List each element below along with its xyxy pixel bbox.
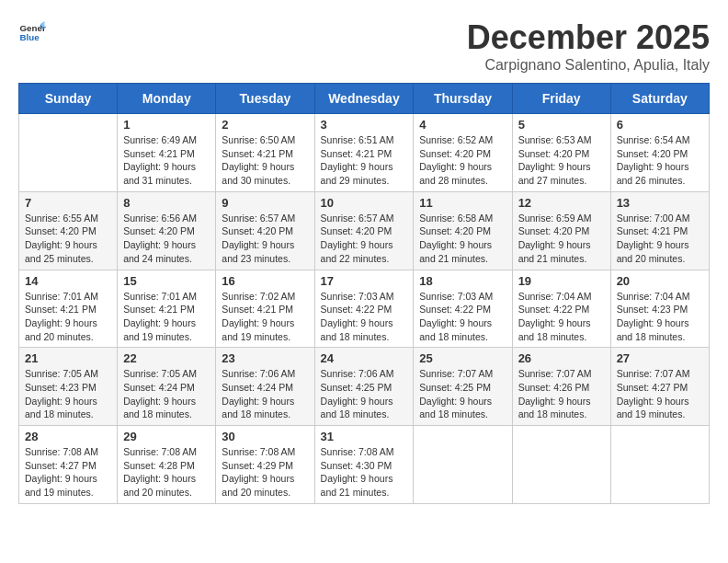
day-number: 5 xyxy=(518,118,605,132)
table-row: 28 Sunrise: 7:08 AMSunset: 4:27 PMDaylig… xyxy=(19,426,118,504)
day-info: Sunrise: 7:04 AMSunset: 4:22 PMDaylight:… xyxy=(518,290,605,344)
calendar-week-row: 21 Sunrise: 7:05 AMSunset: 4:23 PMDaylig… xyxy=(19,348,710,426)
day-info: Sunrise: 6:57 AMSunset: 4:20 PMDaylight:… xyxy=(222,212,308,266)
col-friday: Friday xyxy=(512,84,610,114)
table-row: 9 Sunrise: 6:57 AMSunset: 4:20 PMDayligh… xyxy=(216,191,314,270)
day-info: Sunrise: 6:57 AMSunset: 4:20 PMDaylight:… xyxy=(321,212,408,266)
day-info: Sunrise: 6:55 AMSunset: 4:20 PMDaylight:… xyxy=(25,212,111,266)
day-info: Sunrise: 7:03 AMSunset: 4:22 PMDaylight:… xyxy=(419,290,506,344)
day-number: 6 xyxy=(617,118,703,132)
table-row xyxy=(610,426,709,504)
table-row: 13 Sunrise: 7:00 AMSunset: 4:21 PMDaylig… xyxy=(610,191,709,270)
day-info: Sunrise: 7:05 AMSunset: 4:23 PMDaylight:… xyxy=(25,367,111,421)
logo-icon: General Blue xyxy=(18,18,46,46)
calendar-week-row: 28 Sunrise: 7:08 AMSunset: 4:27 PMDaylig… xyxy=(19,426,710,504)
table-row: 17 Sunrise: 7:03 AMSunset: 4:22 PMDaylig… xyxy=(314,270,414,348)
day-number: 10 xyxy=(321,196,408,210)
day-number: 12 xyxy=(518,196,605,210)
day-info: Sunrise: 6:59 AMSunset: 4:20 PMDaylight:… xyxy=(518,212,605,266)
page-header: General Blue December 2025 Carpignano Sa… xyxy=(18,18,710,74)
calendar-week-row: 1 Sunrise: 6:49 AMSunset: 4:21 PMDayligh… xyxy=(19,114,710,192)
table-row: 23 Sunrise: 7:06 AMSunset: 4:24 PMDaylig… xyxy=(216,348,314,426)
day-number: 22 xyxy=(123,351,210,365)
day-info: Sunrise: 6:58 AMSunset: 4:20 PMDaylight:… xyxy=(419,212,506,266)
col-wednesday: Wednesday xyxy=(314,84,414,114)
calendar-week-row: 14 Sunrise: 7:01 AMSunset: 4:21 PMDaylig… xyxy=(19,270,710,348)
day-info: Sunrise: 6:49 AMSunset: 4:21 PMDaylight:… xyxy=(123,133,210,188)
day-number: 25 xyxy=(419,351,506,365)
day-info: Sunrise: 6:52 AMSunset: 4:20 PMDaylight:… xyxy=(419,133,506,188)
day-number: 28 xyxy=(25,430,111,443)
day-info: Sunrise: 7:07 AMSunset: 4:26 PMDaylight:… xyxy=(518,367,605,421)
day-info: Sunrise: 6:51 AMSunset: 4:21 PMDaylight:… xyxy=(321,133,408,188)
table-row: 14 Sunrise: 7:01 AMSunset: 4:21 PMDaylig… xyxy=(19,270,118,348)
day-info: Sunrise: 7:01 AMSunset: 4:21 PMDaylight:… xyxy=(123,290,210,344)
table-row: 12 Sunrise: 6:59 AMSunset: 4:20 PMDaylig… xyxy=(512,191,610,270)
day-number: 11 xyxy=(419,196,506,210)
table-row: 1 Sunrise: 6:49 AMSunset: 4:21 PMDayligh… xyxy=(118,114,216,192)
table-row: 27 Sunrise: 7:07 AMSunset: 4:27 PMDaylig… xyxy=(610,348,709,426)
table-row: 3 Sunrise: 6:51 AMSunset: 4:21 PMDayligh… xyxy=(314,114,414,192)
day-number: 26 xyxy=(518,351,605,365)
day-number: 19 xyxy=(518,274,605,288)
table-row: 4 Sunrise: 6:52 AMSunset: 4:20 PMDayligh… xyxy=(414,114,512,192)
location-title: Carpignano Salentino, Apulia, Italy xyxy=(467,57,710,74)
table-row: 22 Sunrise: 7:05 AMSunset: 4:24 PMDaylig… xyxy=(118,348,216,426)
table-row: 15 Sunrise: 7:01 AMSunset: 4:21 PMDaylig… xyxy=(118,270,216,348)
col-tuesday: Tuesday xyxy=(216,84,314,114)
day-number: 3 xyxy=(321,118,408,132)
day-info: Sunrise: 6:54 AMSunset: 4:20 PMDaylight:… xyxy=(617,133,703,188)
day-info: Sunrise: 6:50 AMSunset: 4:21 PMDaylight:… xyxy=(222,133,308,188)
day-info: Sunrise: 7:07 AMSunset: 4:25 PMDaylight:… xyxy=(419,367,506,421)
day-info: Sunrise: 7:08 AMSunset: 4:27 PMDaylight:… xyxy=(25,445,111,500)
day-number: 1 xyxy=(123,118,210,132)
table-row: 16 Sunrise: 7:02 AMSunset: 4:21 PMDaylig… xyxy=(216,270,314,348)
table-row: 18 Sunrise: 7:03 AMSunset: 4:22 PMDaylig… xyxy=(414,270,512,348)
calendar-table: Sunday Monday Tuesday Wednesday Thursday… xyxy=(18,83,710,504)
table-row: 24 Sunrise: 7:06 AMSunset: 4:25 PMDaylig… xyxy=(314,348,414,426)
table-row: 29 Sunrise: 7:08 AMSunset: 4:28 PMDaylig… xyxy=(118,426,216,504)
day-number: 23 xyxy=(222,351,308,365)
day-info: Sunrise: 6:53 AMSunset: 4:20 PMDaylight:… xyxy=(518,133,605,188)
day-info: Sunrise: 7:08 AMSunset: 4:29 PMDaylight:… xyxy=(222,445,308,500)
table-row: 21 Sunrise: 7:05 AMSunset: 4:23 PMDaylig… xyxy=(19,348,118,426)
table-row: 25 Sunrise: 7:07 AMSunset: 4:25 PMDaylig… xyxy=(414,348,512,426)
table-row: 10 Sunrise: 6:57 AMSunset: 4:20 PMDaylig… xyxy=(314,191,414,270)
col-monday: Monday xyxy=(118,84,216,114)
day-number: 15 xyxy=(123,274,210,288)
day-number: 21 xyxy=(25,351,111,365)
table-row: 20 Sunrise: 7:04 AMSunset: 4:23 PMDaylig… xyxy=(610,270,709,348)
day-number: 8 xyxy=(123,196,210,210)
day-number: 4 xyxy=(419,118,506,132)
day-number: 9 xyxy=(222,196,308,210)
day-number: 27 xyxy=(617,351,703,365)
svg-text:Blue: Blue xyxy=(20,32,40,42)
title-area: December 2025 Carpignano Salentino, Apul… xyxy=(467,18,710,74)
table-row: 5 Sunrise: 6:53 AMSunset: 4:20 PMDayligh… xyxy=(512,114,610,192)
table-row: 19 Sunrise: 7:04 AMSunset: 4:22 PMDaylig… xyxy=(512,270,610,348)
day-number: 30 xyxy=(222,430,308,443)
col-saturday: Saturday xyxy=(610,84,709,114)
table-row xyxy=(414,426,512,504)
day-info: Sunrise: 7:05 AMSunset: 4:24 PMDaylight:… xyxy=(123,367,210,421)
day-info: Sunrise: 7:03 AMSunset: 4:22 PMDaylight:… xyxy=(321,290,408,344)
day-info: Sunrise: 7:06 AMSunset: 4:25 PMDaylight:… xyxy=(321,367,408,421)
table-row xyxy=(19,114,118,192)
table-row: 30 Sunrise: 7:08 AMSunset: 4:29 PMDaylig… xyxy=(216,426,314,504)
table-row: 26 Sunrise: 7:07 AMSunset: 4:26 PMDaylig… xyxy=(512,348,610,426)
day-number: 2 xyxy=(222,118,308,132)
calendar-week-row: 7 Sunrise: 6:55 AMSunset: 4:20 PMDayligh… xyxy=(19,191,710,270)
table-row: 7 Sunrise: 6:55 AMSunset: 4:20 PMDayligh… xyxy=(19,191,118,270)
day-number: 29 xyxy=(123,430,210,443)
day-info: Sunrise: 7:06 AMSunset: 4:24 PMDaylight:… xyxy=(222,367,308,421)
month-title: December 2025 xyxy=(467,18,710,57)
day-number: 14 xyxy=(25,274,111,288)
day-number: 31 xyxy=(321,430,408,443)
table-row: 2 Sunrise: 6:50 AMSunset: 4:21 PMDayligh… xyxy=(216,114,314,192)
table-row: 31 Sunrise: 7:08 AMSunset: 4:30 PMDaylig… xyxy=(314,426,414,504)
logo: General Blue xyxy=(18,18,46,46)
day-info: Sunrise: 7:07 AMSunset: 4:27 PMDaylight:… xyxy=(617,367,703,421)
table-row: 11 Sunrise: 6:58 AMSunset: 4:20 PMDaylig… xyxy=(414,191,512,270)
day-number: 13 xyxy=(617,196,703,210)
day-number: 18 xyxy=(419,274,506,288)
